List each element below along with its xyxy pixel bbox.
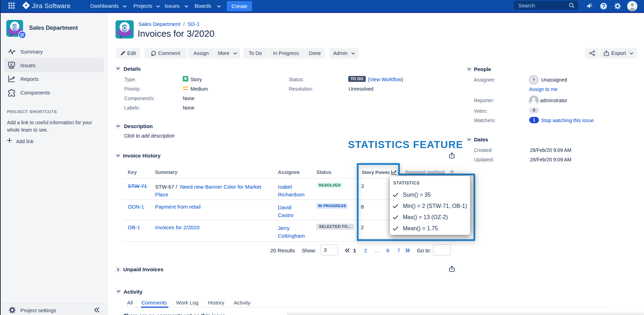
svg-text:?: ?: [532, 78, 535, 83]
